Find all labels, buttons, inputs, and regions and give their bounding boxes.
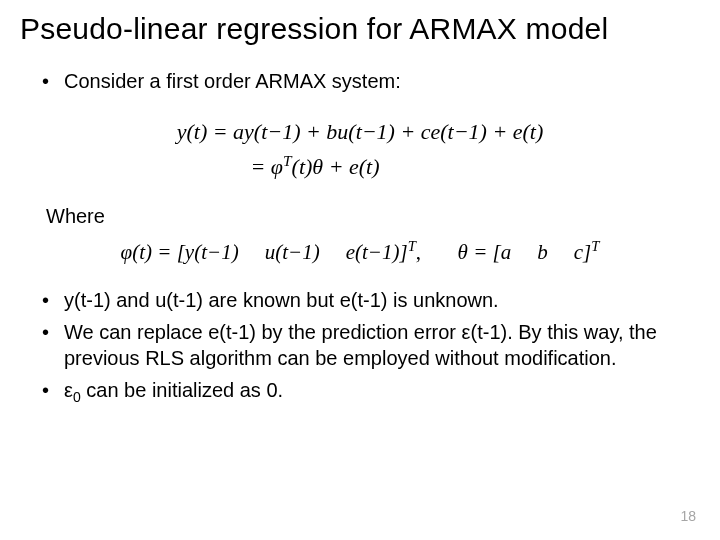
where-label: Where — [20, 205, 700, 228]
slide-title: Pseudo-linear regression for ARMAX model — [20, 12, 700, 46]
eq2-sup: T — [283, 152, 292, 169]
eq2-prefix: = φ — [250, 155, 283, 180]
equation-definitions: φ(t) = [y(t−1)u(t−1)e(t−1)]T, θ = [abc]T — [20, 238, 700, 265]
bullet-consider: Consider a first order ARMAX system: — [64, 68, 700, 94]
equation-armax: y(t) = ay(t−1) + bu(t−1) + ce(t−1) + e(t… — [20, 114, 700, 185]
equation-line2: = φT(t)θ + e(t) — [20, 149, 700, 185]
theta-def-mid1: b — [537, 240, 548, 264]
phi-def-sup: T — [408, 238, 416, 254]
theta-def-sup: T — [591, 238, 599, 254]
bullet-list-bottom: y(t-1) and u(t-1) are known but e(t-1) i… — [20, 287, 700, 406]
eps-suffix: can be initialized as 0. — [81, 379, 283, 401]
eps-prefix: ε — [64, 379, 73, 401]
bullet-replace-epsilon: We can replace e(t-1) by the prediction … — [64, 319, 700, 371]
phi-def-mid2: e(t−1)] — [346, 240, 408, 264]
page-number: 18 — [680, 508, 696, 524]
bullet-list-top: Consider a first order ARMAX system: — [20, 68, 700, 94]
bullet-known-unknown: y(t-1) and u(t-1) are known but e(t-1) i… — [64, 287, 700, 313]
eps-sub: 0 — [73, 389, 81, 405]
bullet-epsilon-init: ε0 can be initialized as 0. — [64, 377, 700, 406]
phi-def-mid1: u(t−1) — [265, 240, 320, 264]
slide-container: Pseudo-linear regression for ARMAX model… — [0, 0, 720, 540]
theta-def-prefix: θ = [a — [458, 240, 512, 264]
eq2-suffix: (t)θ + e(t) — [292, 155, 380, 180]
equation-line1: y(t) = ay(t−1) + bu(t−1) + ce(t−1) + e(t… — [20, 114, 700, 149]
theta-def-mid2: c] — [574, 240, 592, 264]
phi-comma: , — [416, 240, 421, 264]
phi-def-prefix: φ(t) = [y(t−1) — [121, 240, 239, 264]
